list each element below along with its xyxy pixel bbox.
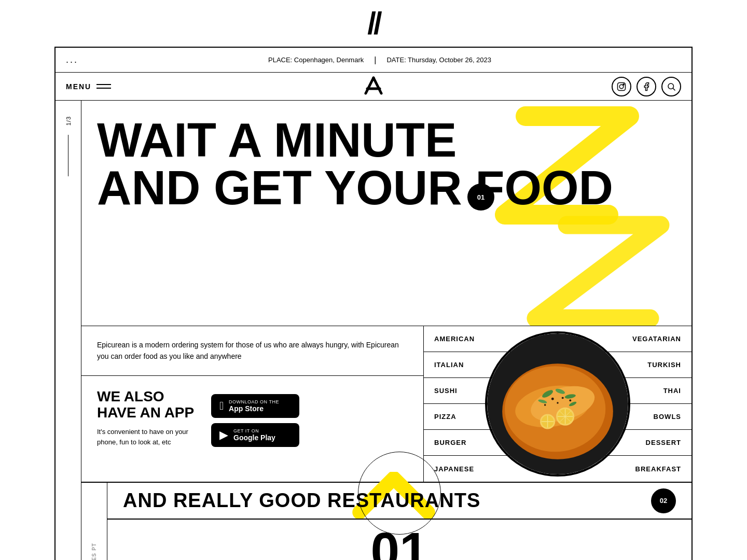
bottom-badge: 02 <box>651 488 676 513</box>
menu-label: MENU <box>66 82 91 91</box>
address-divider: | <box>374 55 376 65</box>
category-right-0: VEGATARIAN <box>632 335 681 343</box>
appstore-big: App Store <box>229 404 279 413</box>
category-right-5: BREAKFAST <box>635 465 681 473</box>
app-promo-text: WE ALSO HAVE AN APP It's convenient to h… <box>97 389 201 447</box>
svg-line-0 <box>366 78 374 93</box>
browser-address: PLACE: Copenhagen, Denmark | DATE: Thurs… <box>78 55 681 65</box>
instagram-button[interactable] <box>612 77 631 96</box>
food-plate-svg <box>487 333 628 474</box>
restaurant-bar: AND REALLY GOOD RESTAURANTS 02 <box>107 483 691 519</box>
slide-counter: 1/3 <box>65 116 72 125</box>
app-promo-title: WE ALSO HAVE AN APP <box>97 389 201 421</box>
lang-pt[interactable]: PT <box>91 543 97 551</box>
info-description: Epicurean is a modern ordering system fo… <box>81 326 423 376</box>
slide-line <box>68 135 68 176</box>
browser-frame: ... PLACE: Copenhagen, Denmark | DATE: T… <box>54 47 693 560</box>
svg-point-32 <box>544 404 546 405</box>
search-button[interactable] <box>661 77 681 96</box>
categories-right: AMERICANVEGATARIANITALIANTURKISHSUSHITHA… <box>424 326 691 482</box>
place-label: PLACE: Copenhagen, Denmark <box>268 56 364 64</box>
app-promo-body: It's convenient to have on your phone, f… <box>97 427 201 447</box>
side-left: 1/3 <box>56 101 81 560</box>
svg-point-29 <box>562 397 564 399</box>
app-title-line2: HAVE AN APP <box>97 404 194 421</box>
language-selector: PT ES EN <box>81 483 107 560</box>
googleplay-button[interactable]: ▶ GET IT ON Google Play <box>211 423 299 447</box>
googleplay-small: GET IT ON <box>233 428 275 433</box>
svg-point-6 <box>668 83 674 89</box>
hamburger-icon <box>96 84 111 89</box>
app-buttons:  Download on the App Store ▶ GET IT ON <box>211 394 299 447</box>
play-icon: ▶ <box>219 428 228 442</box>
category-left-1: ITALIAN <box>434 361 464 369</box>
googleplay-big: Google Play <box>233 433 275 442</box>
hero-title-line1: WAIT A MINUTE <box>97 116 676 164</box>
app-title-line1: WE ALSO <box>97 388 164 404</box>
instagram-icon <box>617 82 626 91</box>
svg-point-4 <box>619 85 624 89</box>
restaurant-title: AND REALLY GOOD RESTAURANTS <box>123 489 480 512</box>
category-right-2: THAI <box>663 387 681 395</box>
svg-line-1 <box>374 78 381 93</box>
svg-point-28 <box>551 398 554 400</box>
bottom-sections: PT ES EN AND REALLY GOOD RESTAURANTS <box>81 482 691 560</box>
hero-title-block: WAIT A MINUTE AND GET YOUR FOOD <box>97 116 676 212</box>
lang-es[interactable]: ES <box>91 553 97 560</box>
date-label: DATE: Thursday, October 26, 2023 <box>386 56 491 64</box>
apple-icon:  <box>219 399 224 413</box>
browser-topbar: ... PLACE: Copenhagen, Denmark | DATE: T… <box>56 48 691 73</box>
category-right-4: DESSERT <box>646 439 681 446</box>
site-logo: // <box>367 8 379 39</box>
appstore-button[interactable]:  Download on the App Store <box>211 394 299 418</box>
main-wrapper: 1/3 WAIT A MINUTE AND GET YOUR FOOD 01 <box>56 101 691 560</box>
app-promo: WE ALSO HAVE AN APP It's convenient to h… <box>81 376 423 460</box>
hero-section: WAIT A MINUTE AND GET YOUR FOOD 01 <box>81 101 691 326</box>
category-right-1: TURKISH <box>647 361 681 369</box>
bottom-main: AND REALLY GOOD RESTAURANTS 02 01 <box>107 483 691 560</box>
category-left-4: BURGER <box>434 439 466 446</box>
nav-logo-center <box>363 75 384 98</box>
facebook-button[interactable] <box>637 77 656 96</box>
logo-bar: // <box>0 0 747 47</box>
food-image <box>485 331 630 477</box>
category-left-0: AMERICAN <box>434 335 475 343</box>
navbar: MENU <box>56 73 691 101</box>
facebook-icon <box>642 82 651 91</box>
svg-line-7 <box>673 88 675 90</box>
svg-point-5 <box>623 83 624 85</box>
info-left: Epicurean is a modern ordering system fo… <box>81 326 424 482</box>
hero-badge: 01 <box>467 184 494 211</box>
category-left-3: PIZZA <box>434 413 457 421</box>
main-content: WAIT A MINUTE AND GET YOUR FOOD 01 Epicu… <box>81 101 691 560</box>
nav-logo-icon <box>363 75 384 96</box>
browser-dots: ... <box>66 54 78 65</box>
category-left-2: SUSHI <box>434 387 458 395</box>
category-right-3: BOWLS <box>654 413 681 421</box>
menu-button[interactable]: MENU <box>66 82 111 91</box>
description-text: Epicurean is a modern ordering system fo… <box>97 339 408 362</box>
search-icon <box>667 82 676 91</box>
nav-right-icons <box>612 77 681 96</box>
appstore-small: Download on the <box>229 399 279 404</box>
hero-title-line2: AND GET YOUR FOOD <box>97 164 676 212</box>
svg-point-30 <box>557 402 558 403</box>
svg-point-31 <box>569 399 571 401</box>
